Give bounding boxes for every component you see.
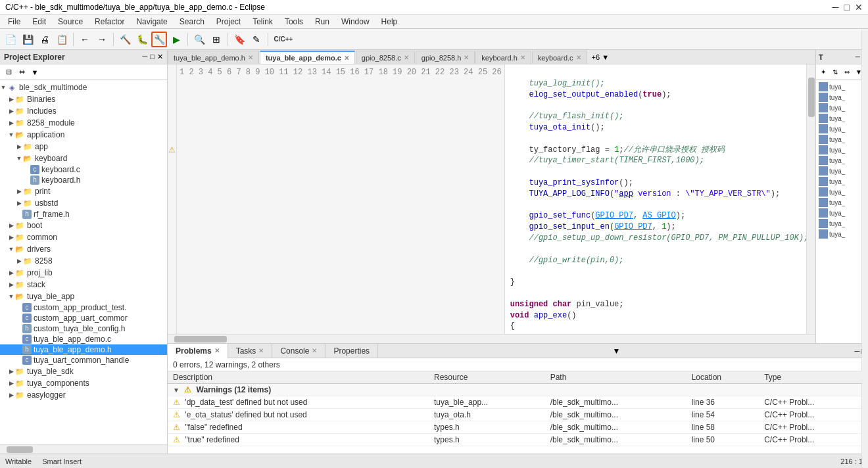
menu-refactor[interactable]: Refactor bbox=[89, 16, 130, 28]
rp-item-6[interactable]: tuya_ bbox=[817, 145, 867, 155]
scroll-thumb[interactable] bbox=[808, 78, 815, 117]
rp-item-13[interactable]: tuya_ bbox=[817, 218, 867, 229]
menu-tools[interactable]: Tools bbox=[279, 16, 308, 28]
forward-button[interactable]: → bbox=[94, 32, 110, 47]
expand-arrow[interactable]: ▶ bbox=[8, 368, 14, 375]
tab-gpio-h[interactable]: gpio_8258.h ✕ bbox=[416, 51, 475, 64]
tree-proj-lib[interactable]: ▶ 📁 proj_lib bbox=[0, 267, 167, 279]
build-button[interactable]: 🔨 bbox=[117, 32, 133, 47]
tree-drivers[interactable]: ▼ 📂 drivers bbox=[0, 243, 167, 255]
code-content[interactable]: tuya_log_init(); elog_set_output_enabled… bbox=[505, 64, 806, 334]
expand-arrow[interactable]: ▶ bbox=[8, 392, 14, 398]
bp-minimize[interactable]: ─ bbox=[855, 347, 860, 355]
search-tb-button[interactable]: 🔍 bbox=[191, 32, 207, 47]
bp-tab-problems-close[interactable]: ✕ bbox=[214, 347, 220, 354]
tree-stack[interactable]: ▶ 📁 stack bbox=[0, 279, 167, 291]
pe-collapse-all[interactable]: ⊟ bbox=[3, 66, 14, 78]
tree-includes[interactable]: ▶ 📁 Includes bbox=[0, 105, 167, 117]
expand-arrow[interactable]: ▶ bbox=[16, 200, 22, 206]
tree-binaries[interactable]: ▶ 📁 Binaries bbox=[0, 93, 167, 105]
tree-tuya-demo-h[interactable]: h tuya_ble_app_demo.h bbox=[0, 344, 167, 355]
tab-close-c[interactable]: ✕ bbox=[344, 55, 349, 62]
col-resource[interactable]: Resource bbox=[429, 371, 545, 384]
bottom-scrollbar[interactable] bbox=[168, 334, 815, 343]
tab-gpio-c[interactable]: gpio_8258.c ✕ bbox=[356, 51, 415, 64]
col-location[interactable]: Location bbox=[687, 371, 760, 384]
tab-more-button[interactable]: +6 ▼ bbox=[588, 51, 614, 64]
menu-project[interactable]: Project bbox=[211, 16, 246, 28]
tree-keyboard-h[interactable]: h keyboard.h bbox=[0, 175, 167, 185]
rp-item-12[interactable]: tuya_ bbox=[817, 208, 867, 218]
rp-item-3[interactable]: tuya_ bbox=[817, 113, 867, 124]
tree-keyboard-c[interactable]: c keyboard.c bbox=[0, 164, 167, 175]
tree-custom-app-uart[interactable]: c custom_app_uart_commor bbox=[0, 313, 167, 323]
expand-arrow[interactable]: ▼ bbox=[8, 246, 14, 252]
tree-boot[interactable]: ▶ 📁 boot bbox=[0, 220, 167, 231]
pe-hscroll-thumb[interactable] bbox=[7, 446, 33, 453]
tree-easylogger[interactable]: ▶ 📁 easylogger bbox=[0, 389, 167, 401]
properties-button[interactable]: 📋 bbox=[54, 32, 70, 47]
expand-arrow[interactable]: ▶ bbox=[8, 380, 14, 386]
rp-minimize[interactable]: ─ bbox=[856, 53, 860, 60]
expand-arrow[interactable]: ▼ bbox=[0, 84, 7, 91]
expand-arrow[interactable]: ▶ bbox=[8, 120, 14, 126]
rp-scrollbar[interactable] bbox=[861, 30, 868, 468]
table-row-1[interactable]: ⚠ 'e_ota_status' defined but not used tu… bbox=[168, 409, 868, 421]
pe-maximize-icon[interactable]: □ bbox=[150, 53, 155, 61]
tab-keyboard-h[interactable]: keyboard.h ✕ bbox=[475, 51, 531, 64]
tree-app[interactable]: ▶ 📁 app bbox=[0, 141, 167, 152]
rp-item-4[interactable]: tuya_ bbox=[817, 124, 867, 134]
rp-item-8[interactable]: tuya_ bbox=[817, 166, 867, 176]
bp-tab-properties[interactable]: Properties bbox=[326, 344, 378, 358]
table-row-3[interactable]: ⚠ "true" redefined types.h /ble_sdk_mult… bbox=[168, 434, 868, 446]
debug-button[interactable]: 🐛 bbox=[134, 32, 150, 47]
save-button[interactable]: 💾 bbox=[20, 32, 36, 47]
tree-usbstd[interactable]: ▶ 📁 usbstd bbox=[0, 197, 167, 209]
bp-tab-console-close[interactable]: ✕ bbox=[312, 347, 317, 354]
rp-item-2[interactable]: tuya_ bbox=[817, 103, 867, 113]
bookmark-button[interactable]: 🔖 bbox=[231, 32, 247, 47]
bp-tab-tasks-close[interactable]: ✕ bbox=[258, 347, 264, 354]
perspective-c[interactable]: C/C++ bbox=[272, 32, 295, 47]
run-button[interactable]: ▶ bbox=[168, 32, 184, 47]
tree-project-ble-sdk[interactable]: ▼ ◈ ble_sdk_multimode bbox=[0, 82, 167, 93]
tree-tuya-components[interactable]: ▶ 📁 tuya_components bbox=[0, 377, 167, 389]
pe-close-icon[interactable]: ✕ bbox=[157, 53, 163, 61]
back-button[interactable]: ← bbox=[77, 32, 93, 47]
tab-close-gpio-c[interactable]: ✕ bbox=[404, 54, 409, 61]
expand-arrow[interactable]: ▶ bbox=[8, 222, 14, 229]
tab-close-keyboard-h[interactable]: ✕ bbox=[520, 54, 525, 61]
annotate-button[interactable]: ✎ bbox=[249, 32, 264, 47]
expand-arrow[interactable]: ▶ bbox=[8, 281, 14, 288]
maximize-button[interactable]: □ bbox=[844, 2, 850, 12]
rp-filter-btn[interactable]: ✦ bbox=[817, 66, 829, 78]
tab-close-h[interactable]: ✕ bbox=[248, 54, 253, 61]
hscroll-thumb[interactable] bbox=[174, 336, 227, 342]
rp-item-14[interactable]: tuya_ bbox=[817, 229, 867, 239]
table-warnings-group[interactable]: ▼ ⚠ Warnings (12 items) bbox=[168, 384, 868, 396]
col-description[interactable]: Description bbox=[168, 371, 429, 384]
tree-8258[interactable]: ▶ 📁 8258 bbox=[0, 255, 167, 267]
rp-item-7[interactable]: tuya_ bbox=[817, 155, 867, 166]
expand-arrow[interactable]: ▼ bbox=[16, 155, 22, 162]
tree-common[interactable]: ▶ 📁 common bbox=[0, 231, 167, 243]
rp-item-10[interactable]: tuya_ bbox=[817, 187, 867, 197]
expand-arrow[interactable]: ▼ bbox=[8, 131, 14, 138]
right-scrollbar[interactable] bbox=[806, 64, 815, 334]
tree-rf-frame[interactable]: h rf_frame.h bbox=[0, 209, 167, 220]
expand-arrow[interactable]: ▶ bbox=[16, 188, 22, 195]
expand-arrow[interactable]: ▶ bbox=[8, 96, 14, 103]
rp-item-11[interactable]: tuya_ bbox=[817, 197, 867, 208]
tree-8258-module[interactable]: ▶ 📁 8258_module bbox=[0, 117, 167, 129]
table-row-2[interactable]: ⚠ "false" redefined types.h /ble_sdk_mul… bbox=[168, 421, 868, 434]
tree-tuya-ble-app[interactable]: ▼ 📂 tuya_ble_app bbox=[0, 291, 167, 302]
menu-navigate[interactable]: Navigate bbox=[131, 16, 172, 28]
menu-help[interactable]: Help bbox=[376, 16, 403, 28]
tree-tuya-ble-sdk[interactable]: ▶ 📁 tuya_ble_sdk bbox=[0, 365, 167, 377]
bp-tab-console[interactable]: Console ✕ bbox=[272, 344, 326, 358]
tree-application[interactable]: ▼ 📂 application bbox=[0, 129, 167, 141]
new-button[interactable]: 📄 bbox=[3, 32, 18, 47]
console-button[interactable]: ⊞ bbox=[208, 32, 224, 47]
tab-close-keyboard-c[interactable]: ✕ bbox=[576, 54, 581, 61]
print-button[interactable]: 🖨 bbox=[37, 32, 53, 47]
